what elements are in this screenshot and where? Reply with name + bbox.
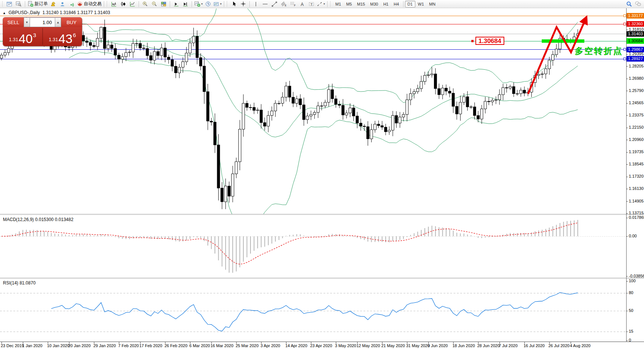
timeframe-mn[interactable]: MN bbox=[426, 1, 438, 7]
support-price-label[interactable]: 1.30684 bbox=[475, 37, 504, 45]
text-label-button[interactable]: T bbox=[307, 0, 316, 7]
step-to-end-icon bbox=[183, 1, 188, 7]
buy-button[interactable]: BUY bbox=[61, 17, 82, 27]
timeframe-m5[interactable]: M5 bbox=[343, 1, 354, 7]
trade-panel-prices: 1.31 40 3 1.31 43 6 bbox=[3, 27, 82, 46]
chat-icon bbox=[635, 1, 641, 7]
autotrade-icon bbox=[77, 1, 83, 7]
templates-button[interactable]: ▾ bbox=[213, 0, 222, 7]
chart-window-button[interactable] bbox=[5, 0, 14, 7]
broadcast-button[interactable] bbox=[67, 0, 76, 7]
add-indicator-button[interactable]: ▾ bbox=[193, 0, 203, 7]
bar-chart-button[interactable] bbox=[109, 0, 119, 7]
svg-text:A: A bbox=[301, 1, 304, 7]
crosshair-icon bbox=[240, 1, 246, 7]
templates-icon bbox=[213, 1, 219, 7]
collapse-arrow-icon[interactable]: ▲ bbox=[3, 11, 6, 15]
chat-button[interactable] bbox=[634, 0, 643, 7]
zoom-out-icon bbox=[152, 1, 157, 7]
sell-price-small: 1.31 bbox=[9, 37, 18, 42]
time-axis-label: 1 Jan 2020 bbox=[22, 343, 42, 348]
timeframe-h4[interactable]: H4 bbox=[391, 1, 401, 7]
price-axis-tag: 1.30684 bbox=[627, 38, 644, 44]
turning-point-annotation[interactable]: 多空转折点 bbox=[575, 45, 623, 57]
signals-button[interactable] bbox=[58, 0, 67, 7]
vertical-line-button[interactable] bbox=[251, 0, 260, 7]
step-forward-icon bbox=[173, 1, 179, 7]
horizontal-line-button[interactable] bbox=[260, 0, 270, 7]
time-axis-label: 25 Mar 2020 bbox=[236, 343, 259, 348]
toolbar-grip[interactable] bbox=[2, 1, 4, 7]
toolbar-separator bbox=[249, 1, 250, 7]
sell-price-big: 40 bbox=[19, 33, 33, 44]
chevron-down-icon: ▾ bbox=[220, 2, 222, 6]
trendline-button[interactable] bbox=[270, 0, 279, 7]
sell-button[interactable]: SELL bbox=[3, 17, 24, 27]
strategy-tester-button[interactable] bbox=[14, 0, 23, 7]
time-axis-label: 16 Jul 2020 bbox=[524, 343, 545, 348]
tile-windows-button[interactable] bbox=[159, 0, 168, 7]
sell-price[interactable]: 1.31 40 3 bbox=[3, 27, 42, 46]
price-axis-tick: 1.23375 bbox=[629, 113, 644, 117]
time-axis-label: 6 Mar 2020 bbox=[189, 343, 210, 348]
line-chart-icon bbox=[130, 1, 135, 7]
price-chart[interactable] bbox=[0, 0, 644, 349]
step-to-end-button[interactable] bbox=[181, 0, 190, 7]
ohlc-values: 1.31240 1.31846 1.31177 1.31403 bbox=[43, 10, 110, 15]
time-axis-label: 3 Apr 2020 bbox=[260, 343, 280, 348]
timeframe-w1[interactable]: W1 bbox=[415, 1, 427, 7]
mt4-terminal: 新订单 自动交易 ▾ ▾ E F A T bbox=[0, 0, 644, 349]
add-indicator-icon bbox=[194, 1, 200, 7]
timeframe-h1[interactable]: H1 bbox=[381, 1, 391, 7]
time-axis-label: 9 Jun 2020 bbox=[428, 343, 448, 348]
volume-input[interactable] bbox=[30, 17, 55, 27]
toolbar-grip[interactable] bbox=[227, 1, 228, 7]
svg-text:E: E bbox=[285, 4, 286, 7]
autotrade-button[interactable]: 自动交易 bbox=[76, 0, 102, 7]
buy-price[interactable]: 1.31 43 6 bbox=[43, 27, 82, 46]
toolbar-grip[interactable] bbox=[107, 1, 108, 7]
timeframe-m1[interactable]: M1 bbox=[333, 1, 343, 7]
timeframe-m30[interactable]: M30 bbox=[368, 1, 381, 7]
volume-increase-button[interactable]: ▲ bbox=[55, 17, 61, 27]
one-click-trading-panel: SELL ▼ ▲ BUY 1.31 40 3 1.31 43 6 bbox=[3, 17, 82, 46]
new-order-button[interactable]: 新订单 bbox=[27, 0, 49, 7]
rsi-axis-tick: 15 bbox=[629, 329, 633, 333]
symbol-period-label: GBPUSD-,Daily bbox=[9, 10, 40, 15]
toolbar-grip[interactable] bbox=[330, 1, 332, 7]
market-button[interactable] bbox=[49, 0, 58, 7]
toolbar-separator bbox=[327, 1, 328, 7]
svg-text:F: F bbox=[294, 4, 295, 7]
line-chart-button[interactable] bbox=[128, 0, 137, 7]
price-axis-tick: 1.19735 bbox=[629, 149, 644, 154]
toolbar-separator bbox=[403, 1, 404, 7]
rsi-axis-tick: 100 bbox=[629, 279, 635, 283]
crosshair-button[interactable] bbox=[239, 0, 248, 7]
time-axis-label: 20 Jan 2020 bbox=[68, 343, 91, 348]
candlestick-chart-icon bbox=[120, 1, 126, 7]
new-order-icon bbox=[27, 1, 33, 7]
fibonacci-button[interactable]: F bbox=[288, 0, 298, 7]
equidistant-channel-button[interactable]: E bbox=[279, 0, 288, 7]
cursor-button[interactable] bbox=[229, 0, 239, 7]
zoom-out-button[interactable] bbox=[150, 0, 159, 7]
time-axis-label: 10 Jan 2020 bbox=[47, 343, 70, 348]
period-button[interactable] bbox=[203, 0, 213, 7]
arrow-shapes-button[interactable]: ▾ bbox=[316, 0, 326, 7]
time-axis-label: 4 Aug 2020 bbox=[570, 343, 591, 348]
price-axis-tick: 1.17320 bbox=[629, 174, 644, 178]
arrow-down-icon: ▼ bbox=[26, 21, 29, 24]
timeframe-m15[interactable]: M15 bbox=[355, 1, 368, 7]
time-axis-label: 17 Feb 2020 bbox=[139, 343, 162, 348]
time-axis-label: 31 May 2020 bbox=[406, 343, 430, 348]
text-button[interactable]: A bbox=[298, 0, 307, 7]
volume-decrease-button[interactable]: ▼ bbox=[24, 17, 30, 27]
rsi-indicator-label: RSI(14) 81.0870 bbox=[3, 280, 36, 286]
step-forward-button[interactable] bbox=[172, 0, 181, 7]
buy-price-pip: 6 bbox=[73, 32, 76, 38]
timeframe-d1[interactable]: D1 bbox=[405, 1, 415, 7]
chevron-down-icon: ▾ bbox=[323, 2, 325, 6]
zoom-in-button[interactable] bbox=[140, 0, 150, 7]
search-button[interactable] bbox=[624, 0, 634, 7]
candlestick-chart-button[interactable] bbox=[119, 0, 128, 7]
